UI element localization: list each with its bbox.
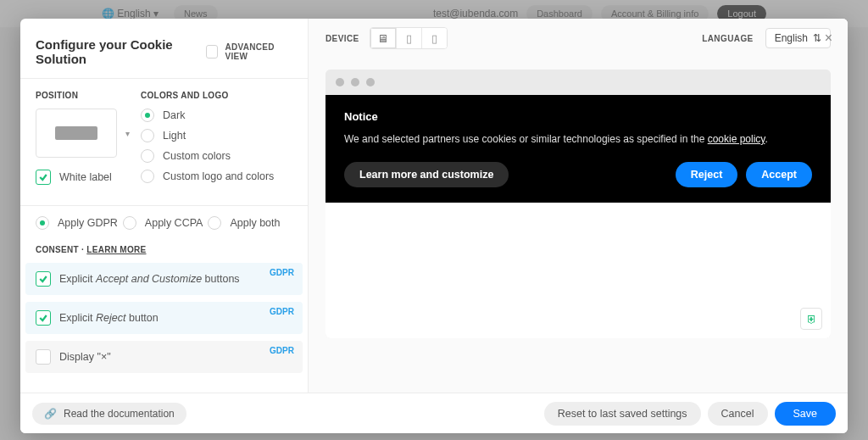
color-option-custom-colors[interactable]: Custom colors <box>141 149 292 163</box>
position-selector[interactable]: ▾ <box>36 109 117 158</box>
preview-panel: DEVICE 🖥 ▯ ▯ LANGUAGE English⇅ <box>309 19 848 393</box>
preview-browser: Notice We and selected partners use cook… <box>326 70 831 338</box>
colors-label: COLORS AND LOGO <box>141 91 292 100</box>
position-label: POSITION <box>36 91 117 100</box>
advanced-view-toggle[interactable]: ADVANCED VIEW <box>206 42 291 61</box>
white-label-checkbox[interactable] <box>36 170 51 185</box>
language-select[interactable]: English⇅ <box>765 28 831 48</box>
modal-title: Configure your Cookie Solution <box>36 37 206 66</box>
device-label: DEVICE <box>326 34 359 43</box>
learn-more-button[interactable]: Learn more and customize <box>344 162 509 187</box>
language-label: LANGUAGE <box>702 34 753 43</box>
modal-footer: 🔗 Read the documentation Reset to last s… <box>20 393 848 433</box>
display-x-option[interactable]: Display "×" GDPR <box>25 341 303 373</box>
color-option-dark[interactable]: Dark <box>141 109 292 122</box>
apply-gdpr-option[interactable]: Apply GDPR <box>36 216 118 230</box>
apply-both-option[interactable]: Apply both <box>208 216 280 230</box>
window-dot-icon <box>366 78 375 86</box>
reset-button[interactable]: Reset to last saved settings <box>544 402 701 426</box>
white-label-option[interactable]: White label <box>36 170 117 185</box>
window-dot-icon <box>336 78 344 86</box>
consent-heading: CONSENT · LEARN MORE <box>20 240 308 263</box>
color-option-light[interactable]: Light <box>141 129 292 142</box>
window-dot-icon <box>351 78 359 86</box>
cancel-button[interactable]: Cancel <box>708 402 768 426</box>
gdpr-tag: GDPR <box>270 346 294 355</box>
link-icon: 🔗 <box>44 408 57 420</box>
chevron-down-icon[interactable]: ▾ <box>125 129 130 138</box>
cookie-policy-link[interactable]: cookie policy <box>708 133 765 145</box>
explicit-reject-option[interactable]: Explicit Reject button GDPR <box>25 302 303 334</box>
device-tablet-icon[interactable]: ▯ <box>396 28 421 48</box>
accept-button[interactable]: Accept <box>746 162 812 187</box>
apply-ccpa-option[interactable]: Apply CCPA <box>123 216 203 230</box>
save-button[interactable]: Save <box>775 402 837 426</box>
cookie-notice-preview: Notice We and selected partners use cook… <box>326 95 831 203</box>
reject-button[interactable]: Reject <box>676 162 738 187</box>
color-option-custom-logo[interactable]: Custom logo and colors <box>141 170 292 183</box>
configure-modal: × Configure your Cookie Solution ADVANCE… <box>20 19 848 433</box>
sort-icon: ⇅ <box>813 32 821 44</box>
gdpr-tag: GDPR <box>270 268 294 277</box>
read-documentation-link[interactable]: 🔗 Read the documentation <box>32 403 186 425</box>
config-sidebar: Configure your Cookie Solution ADVANCED … <box>20 19 309 393</box>
notice-title: Notice <box>344 110 812 123</box>
consent-learn-more[interactable]: LEARN MORE <box>86 245 146 254</box>
device-mobile-icon[interactable]: ▯ <box>421 28 447 48</box>
close-icon[interactable]: × <box>825 31 832 46</box>
device-desktop-icon[interactable]: 🖥 <box>370 28 396 48</box>
privacy-shield-icon[interactable]: ⛨ <box>800 308 822 330</box>
gdpr-tag: GDPR <box>270 307 294 316</box>
advanced-view-checkbox[interactable] <box>206 45 218 58</box>
explicit-accept-option[interactable]: Explicit Accept and Customize buttons GD… <box>25 263 303 295</box>
